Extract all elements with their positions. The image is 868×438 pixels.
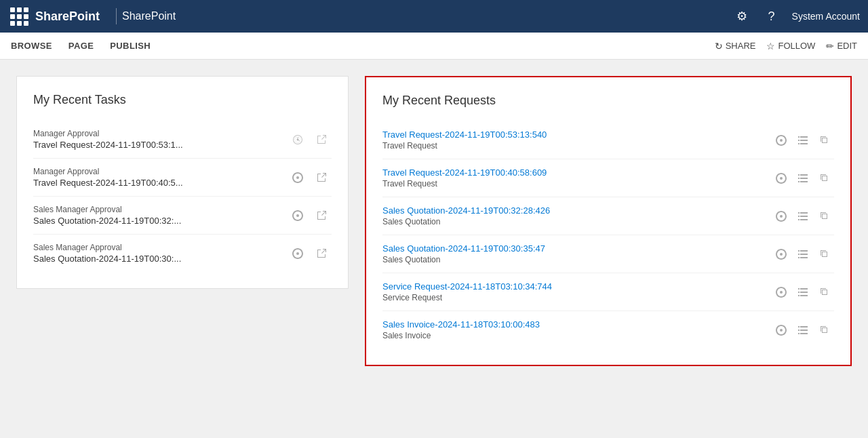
request-type: Sales Quotation [382,217,769,226]
share-action[interactable]: ↻ SHARE [715,41,756,52]
request-copy-icon[interactable] [815,169,834,188]
request-type: Travel Request [382,141,769,151]
svg-point-3 [296,252,299,255]
request-settings-icon[interactable] [772,245,791,264]
task-open-icon[interactable] [313,244,332,263]
brand-label: SharePoint [35,9,100,24]
help-button[interactable]: ? [762,7,781,26]
request-settings-icon[interactable] [772,321,791,340]
request-info: Sales Quotation-2024-11-19T00:30:35:47 S… [382,243,769,264]
nav-brand[interactable]: SharePoint [35,9,100,24]
request-link[interactable]: Sales Quotation-2024-11-19T00:32:28:426 [382,205,769,216]
request-list-icon[interactable] [793,321,812,340]
request-settings-icon[interactable] [772,283,791,302]
request-copy-icon[interactable] [815,321,834,340]
follow-label: FOLLOW [778,41,815,51]
request-list-icon[interactable] [793,169,812,188]
svg-point-5 [780,177,783,180]
request-copy-icon[interactable] [815,245,834,264]
help-icon: ? [768,9,775,24]
request-info: Sales Quotation-2024-11-19T00:32:28:426 … [382,205,769,226]
request-copy-icon[interactable] [815,283,834,302]
task-open-icon[interactable] [313,168,332,187]
follow-icon: ☆ [766,41,775,52]
request-type: Sales Quotation [382,255,769,264]
request-settings-icon[interactable] [772,207,791,226]
toolbar-page[interactable]: PAGE [68,41,94,51]
request-info: Travel Request-2024-11-19T00:40:58:609 T… [382,167,769,188]
request-type: Sales Invoice [382,331,769,340]
request-info: Service Request-2024-11-18T03:10:34:744 … [382,281,769,302]
waffle-menu-button[interactable] [8,5,30,27]
main-content: My Recent Tasks Manager Approval Travel … [0,60,868,382]
svg-point-7 [780,253,783,256]
settings-button[interactable]: ⚙ [732,7,751,26]
requests-panel-title: My Recent Requests [382,94,834,108]
nav-title: SharePoint [122,10,176,22]
request-copy-icon[interactable] [815,131,834,150]
task-info: Manager Approval Travel Request-2024-11-… [33,129,283,150]
toolbar-right-actions: ↻ SHARE ☆ FOLLOW ✏ EDIT [715,41,857,52]
tasks-panel-title: My Recent Tasks [33,93,332,107]
svg-point-9 [780,329,783,332]
request-item: Travel Request-2024-11-19T00:40:58:609 T… [382,159,834,197]
svg-point-0 [297,138,299,140]
toolbar-browse[interactable]: BROWSE [11,41,52,51]
nav-separator [116,8,117,24]
svg-point-4 [780,139,783,142]
request-copy-icon[interactable] [815,207,834,226]
task-info: Sales Manager Approval Sales Quotation-2… [33,205,283,226]
task-item: Sales Manager Approval Sales Quotation-2… [33,235,332,272]
request-settings-icon[interactable] [772,131,791,150]
task-type: Manager Approval [33,167,283,176]
request-list-icon[interactable] [793,283,812,302]
request-icons [772,245,834,264]
task-name: Travel Request-2024-11-19T00:53:1... [33,140,283,150]
user-account[interactable]: System Account [792,11,860,22]
request-settings-icon[interactable] [772,169,791,188]
task-name: Sales Quotation-2024-11-19T00:32:... [33,216,283,226]
request-info: Sales Invoice-2024-11-18T03:10:00:483 Sa… [382,319,769,340]
svg-point-8 [780,291,783,294]
task-settings-icon[interactable] [288,206,307,225]
task-name: Travel Request-2024-11-19T00:40:5... [33,178,283,188]
request-link[interactable]: Service Request-2024-11-18T03:10:34:744 [382,281,769,292]
requests-panel: My Recent Requests Travel Request-2024-1… [365,76,852,366]
waffle-grid-icon [10,7,28,26]
settings-icon: ⚙ [736,9,747,24]
request-link[interactable]: Travel Request-2024-11-19T00:53:13:540 [382,130,769,140]
request-icons [772,283,834,302]
edit-action[interactable]: ✏ EDIT [826,41,857,52]
top-nav: SharePoint SharePoint ⚙ ? System Account [0,0,868,33]
svg-point-6 [780,215,783,218]
share-label: SHARE [726,41,756,51]
task-name: Sales Quotation-2024-11-19T00:30:... [33,254,283,264]
request-icons [772,207,834,226]
toolbar-publish[interactable]: PUBLISH [110,41,151,51]
task-open-icon[interactable] [313,130,332,149]
edit-label: EDIT [837,41,857,51]
request-item: Sales Quotation-2024-11-19T00:32:28:426 … [382,197,834,235]
request-icons [772,169,834,188]
request-link[interactable]: Travel Request-2024-11-19T00:40:58:609 [382,167,769,178]
request-list-icon[interactable] [793,131,812,150]
follow-action[interactable]: ☆ FOLLOW [766,41,815,52]
request-list-icon[interactable] [793,245,812,264]
task-info: Manager Approval Travel Request-2024-11-… [33,167,283,188]
request-list-icon[interactable] [793,207,812,226]
task-item: Manager Approval Travel Request-2024-11-… [33,159,332,197]
tasks-panel: My Recent Tasks Manager Approval Travel … [16,76,349,289]
share-icon: ↻ [715,41,723,52]
request-link[interactable]: Sales Invoice-2024-11-18T03:10:00:483 [382,319,769,330]
request-info: Travel Request-2024-11-19T00:53:13:540 T… [382,130,769,151]
task-settings-icon[interactable] [288,244,307,263]
request-type: Service Request [382,293,769,302]
request-item: Travel Request-2024-11-19T00:53:13:540 T… [382,121,834,159]
task-settings-icon[interactable] [288,168,307,187]
task-open-icon[interactable] [313,206,332,225]
svg-point-1 [296,176,299,179]
request-item: Sales Invoice-2024-11-18T03:10:00:483 Sa… [382,311,834,349]
task-settings-icon[interactable] [288,130,307,149]
request-link[interactable]: Sales Quotation-2024-11-19T00:30:35:47 [382,243,769,254]
request-item: Sales Quotation-2024-11-19T00:30:35:47 S… [382,235,834,273]
